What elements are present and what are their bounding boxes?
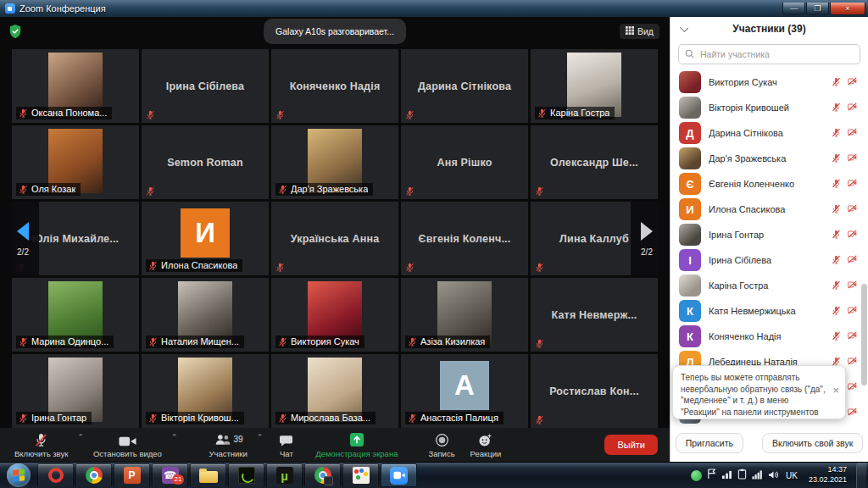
- mic-muted-icon: [832, 202, 841, 217]
- tooltip-close-icon[interactable]: ×: [832, 386, 839, 395]
- video-tile[interactable]: Каріна Гостра: [531, 49, 658, 123]
- video-tile[interactable]: Коняченко Надія: [271, 49, 398, 123]
- action-center-flag-icon[interactable]: [707, 468, 716, 483]
- panel-scrollbar[interactable]: [861, 284, 867, 385]
- video-tile[interactable]: Аня Рішко: [401, 125, 528, 199]
- audio-options-chevron[interactable]: ⌃: [75, 433, 86, 441]
- tray-chart-icon[interactable]: [721, 468, 732, 483]
- participant-row[interactable]: Є Євгенія Коленченко: [670, 171, 868, 197]
- share-screen-button[interactable]: Демонстрация экрана: [308, 428, 405, 462]
- mic-muted-icon: [148, 413, 158, 423]
- search-input[interactable]: [698, 48, 854, 60]
- mic-muted-icon: [832, 252, 841, 268]
- record-button[interactable]: Запись: [420, 428, 462, 462]
- close-button[interactable]: ×: [830, 3, 865, 15]
- unmute-self-button[interactable]: Включить свой звук: [762, 433, 863, 453]
- taskbar-opera[interactable]: [37, 463, 74, 487]
- participant-nameplate: Наталия Мищен...: [146, 336, 244, 348]
- participant-row[interactable]: Д Дарина Сітнікова: [670, 120, 868, 146]
- taskbar-paint[interactable]: [342, 463, 379, 487]
- unmute-button[interactable]: Включить звук: [7, 428, 75, 462]
- participant-row[interactable]: Каріна Гостра: [670, 273, 868, 298]
- taskbar-zoom[interactable]: [381, 463, 417, 487]
- video-tile[interactable]: А Анастасія Палиця: [401, 354, 528, 428]
- video-tile[interactable]: Вікторія Кривош...: [142, 354, 269, 428]
- video-tile[interactable]: Євгенія Коленч...: [401, 202, 528, 275]
- video-area: Galaxy A10s разговаривает... Вид Оксана …: [0, 17, 670, 462]
- minimize-button[interactable]: —: [782, 3, 805, 15]
- volume-icon[interactable]: [768, 468, 779, 483]
- video-tile[interactable]: Азіза Кизилкая: [401, 278, 528, 352]
- previous-page-button[interactable]: 2/2: [7, 202, 39, 275]
- participants-options-chevron[interactable]: ⌃: [255, 433, 265, 441]
- participant-row[interactable]: І Ірина Сібілева: [670, 247, 868, 273]
- security-shield-icon[interactable]: [8, 24, 22, 42]
- participant-name: Вікторія Кривош...: [161, 413, 239, 423]
- network-signal-icon[interactable]: [752, 468, 763, 483]
- reactions-button[interactable]: Реакции: [463, 428, 509, 462]
- participant-row[interactable]: Дар'я Зражевська: [670, 146, 868, 171]
- video-tile[interactable]: Українська Анна: [271, 202, 398, 275]
- video-tile[interactable]: Semon Roman: [142, 125, 269, 199]
- stop-video-button[interactable]: Остановить видео: [86, 428, 170, 462]
- taskbar-dark-app[interactable]: [228, 463, 264, 487]
- view-button-label: Вид: [637, 26, 654, 36]
- mic-muted-icon: [278, 185, 287, 194]
- invite-button[interactable]: Пригласить: [676, 433, 743, 453]
- video-tile[interactable]: Ірина Сібілева: [142, 49, 269, 123]
- participant-avatar: І: [679, 249, 701, 271]
- taskbar-chrome[interactable]: [75, 463, 112, 487]
- camera-off-icon: [847, 405, 858, 420]
- participant-row[interactable]: К Катя Невмержицька: [670, 298, 868, 324]
- taskbar-chrome-alt[interactable]: [304, 463, 341, 487]
- participant-search[interactable]: [678, 44, 860, 64]
- taskbar-powerpoint[interactable]: P: [114, 463, 150, 487]
- start-button[interactable]: [7, 463, 31, 487]
- tray-green-app-icon[interactable]: [691, 470, 702, 481]
- collapse-panel-chevron-icon[interactable]: [680, 24, 688, 32]
- video-tile[interactable]: Оксана Понома...: [12, 49, 139, 123]
- video-tile[interactable]: Дарина Сітнікова: [401, 49, 528, 123]
- video-tile[interactable]: Наталия Мищен...: [142, 278, 269, 352]
- taskbar-explorer[interactable]: [190, 463, 226, 487]
- mic-muted-icon: [832, 278, 841, 293]
- video-tile[interactable]: Мирослава База...: [271, 354, 398, 428]
- video-tile[interactable]: Оля Козак: [12, 125, 139, 199]
- maximize-button[interactable]: ❐: [806, 3, 829, 15]
- participant-nameplate: Дар'я Зражевська: [275, 183, 373, 196]
- participant-row[interactable]: И Илона Спасикова: [670, 197, 868, 222]
- share-screen-icon: [349, 432, 364, 447]
- taskbar-clock[interactable]: 14:37 23.02.2021: [809, 465, 847, 485]
- show-desktop-button[interactable]: [856, 463, 866, 488]
- mic-muted-icon: [405, 263, 415, 272]
- participant-avatar: И: [181, 208, 230, 258]
- participant-row[interactable]: Вікторія Кривошей: [670, 95, 868, 120]
- video-options-chevron[interactable]: ⌃: [170, 433, 180, 441]
- grid-view-icon: [626, 26, 634, 36]
- video-tile[interactable]: Ірина Гонтар: [12, 354, 139, 428]
- video-tile[interactable]: Катя Невмерж...: [531, 278, 658, 352]
- participant-row[interactable]: К Коняченко Надія: [670, 324, 868, 349]
- video-tile[interactable]: Олександр Ше...: [531, 125, 658, 199]
- chat-button[interactable]: Чат: [271, 428, 301, 462]
- video-tile[interactable]: Ростислав Кон...: [531, 354, 658, 428]
- leave-button[interactable]: Выйти: [604, 435, 658, 455]
- participants-button[interactable]: 39 Участники: [201, 428, 254, 462]
- taskbar-viber[interactable]: ☎ 21: [152, 463, 188, 487]
- next-page-button[interactable]: 2/2: [631, 202, 663, 275]
- participant-nameplate: [405, 186, 415, 196]
- mic-muted-icon: [35, 432, 47, 447]
- video-tile[interactable]: Марина Одинцо...: [12, 278, 139, 352]
- camera-off-icon: [847, 75, 858, 90]
- view-button[interactable]: Вид: [620, 24, 659, 39]
- tray-clipboard-icon[interactable]: [737, 468, 747, 483]
- arrow-left-icon: [15, 221, 31, 241]
- taskbar-utorrent[interactable]: µ: [266, 463, 303, 487]
- video-tile[interactable]: Виктория Сукач: [271, 278, 398, 352]
- video-tile[interactable]: И Илона Спасикова: [142, 202, 269, 275]
- participant-nameplate: [275, 110, 285, 119]
- video-tile[interactable]: Дар'я Зражевська: [271, 125, 398, 199]
- participant-row[interactable]: Ірина Гонтар: [670, 222, 868, 247]
- keyboard-language-indicator[interactable]: UK: [784, 471, 799, 480]
- participant-row[interactable]: Виктория Сукач: [670, 69, 868, 95]
